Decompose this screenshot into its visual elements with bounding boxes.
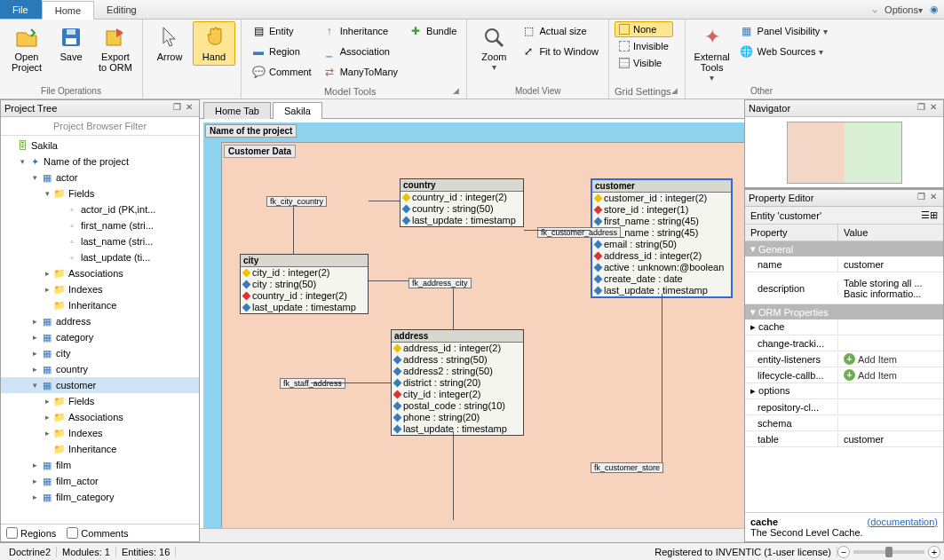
tree-project[interactable]: ▾✦Name of the project (1, 154, 199, 170)
prop-menu-icon[interactable]: ☰ (921, 209, 930, 221)
entity-field[interactable]: create_date : date (592, 273, 731, 285)
prop-section-orm[interactable]: ▾ORM Properties (745, 304, 943, 319)
tree-item[interactable]: 📁Inheritance (1, 441, 199, 457)
prop-row-change-tracking[interactable]: change-tracki... (745, 335, 943, 351)
fk-customer-store[interactable]: fk_customer_store (591, 462, 663, 473)
prop-row-schema[interactable]: schema (745, 415, 943, 431)
hand-tool[interactable]: Hand (193, 21, 235, 66)
prop-row-lifecycle[interactable]: lifecycle-callb...+Add Item (745, 367, 943, 383)
entity-city[interactable]: city city_id : integer(2)city : string(5… (240, 254, 369, 314)
float-panel-icon[interactable]: ❐ (915, 102, 927, 114)
export-orm-button[interactable]: Export to ORM (94, 21, 137, 76)
close-panel-icon[interactable]: ✕ (927, 192, 940, 204)
zoom-out-button[interactable]: − (837, 546, 850, 558)
association-tool[interactable]: ⎯Association (318, 42, 402, 61)
regions-checkbox[interactable]: Regions (6, 527, 56, 539)
grid-invisible[interactable]: Invisible (615, 38, 673, 54)
diagram-canvas[interactable]: Name of the project Customer Data countr… (200, 119, 744, 528)
menu-home[interactable]: Home (42, 1, 94, 20)
options-menu[interactable]: Options▾ (885, 4, 923, 15)
entity-field[interactable]: customer_id : integer(2) (592, 193, 731, 204)
tree-item[interactable]: ▾▦actor (1, 170, 199, 185)
entity-field[interactable]: city_id : integer(2) (241, 267, 368, 279)
prop-section-general[interactable]: ▾General (745, 241, 943, 256)
entity-field[interactable]: city : string(50) (241, 279, 368, 290)
tree-item[interactable]: ▸▦film_category (1, 489, 199, 505)
entity-field[interactable]: address : string(50) (392, 354, 523, 366)
entity-field[interactable]: district : string(20) (392, 377, 523, 389)
comments-checkbox[interactable]: Comments (67, 527, 128, 539)
tab-sakila[interactable]: Sakila (273, 102, 322, 119)
entity-field[interactable]: phone : string(20) (392, 412, 523, 423)
add-item-button[interactable]: +Add Item (844, 353, 897, 365)
close-panel-icon[interactable]: ✕ (183, 102, 195, 114)
grid-none[interactable]: None (615, 21, 673, 37)
tree-item[interactable]: ▸📁Fields (1, 393, 199, 409)
project-browser-filter[interactable]: Project Browser Filter (1, 117, 199, 136)
panel-visibility[interactable]: ▦Panel Visibility ▾ (735, 21, 833, 41)
fk-address-city[interactable]: fk_address_city (409, 278, 472, 288)
navigator-thumbnail[interactable] (745, 117, 943, 188)
entity-field[interactable]: address_id : integer(2) (392, 343, 523, 354)
comment-tool[interactable]: 💬Comment (247, 62, 316, 82)
fit-window-button[interactable]: ⤢Fit to Window (517, 42, 603, 61)
collapse-ribbon-icon[interactable]: ⌵ (872, 4, 877, 14)
tree-item[interactable]: ▾▦customer (1, 377, 199, 393)
entity-field[interactable]: store_id : integer(1) (592, 204, 731, 216)
entity-field[interactable]: country_id : integer(2) (241, 290, 368, 302)
tree-item[interactable]: ▸▦country (1, 361, 199, 377)
float-panel-icon[interactable]: ❐ (171, 102, 183, 114)
entity-field[interactable]: active : unknown:@boolean (592, 262, 731, 273)
help-icon[interactable]: ◉ (930, 4, 939, 15)
prop-row-entity-listeners[interactable]: entity-listeners+Add Item (745, 351, 943, 367)
entity-field[interactable]: last_update : timestamp (392, 423, 523, 435)
tab-home[interactable]: Home Tab (203, 102, 271, 119)
fk-staff-address[interactable]: fk_staff_address (280, 378, 345, 389)
actual-size-button[interactable]: ⬚Actual size (517, 21, 603, 41)
zoom-button[interactable]: Zoom▾ (472, 21, 515, 75)
prop-row-description[interactable]: descriptionTable storing all ...Basic in… (745, 272, 943, 304)
tree-item[interactable]: ▸📁Associations (1, 265, 199, 281)
close-panel-icon[interactable]: ✕ (927, 102, 940, 114)
save-button[interactable]: Save (50, 21, 92, 66)
documentation-link[interactable]: (documentation) (867, 517, 938, 527)
add-item-button[interactable]: +Add Item (844, 369, 897, 381)
tree-item[interactable]: ▸📁Indexes (1, 281, 199, 297)
entity-customer[interactable]: customer customer_id : integer(2)store_i… (591, 178, 733, 298)
external-tools-button[interactable]: ✦External Tools▾ (691, 21, 734, 86)
tree-item[interactable]: ▸📁Associations (1, 409, 199, 425)
tree-item[interactable]: ▾📁Fields (1, 185, 199, 201)
horizontal-scrollbar[interactable] (200, 528, 744, 542)
fk-city-country[interactable]: fk_city_country (266, 196, 327, 207)
tree-item[interactable]: ◦last_name (stri... (1, 233, 199, 249)
menu-editing[interactable]: Editing (94, 0, 150, 19)
tree-root[interactable]: 🗄Sakila (1, 138, 199, 154)
entity-field[interactable]: postal_code : string(10) (392, 400, 523, 412)
web-sources[interactable]: 🌐Web Sources ▾ (735, 42, 833, 61)
entity-address[interactable]: address address_id : integer(2)address :… (391, 329, 524, 436)
arrow-tool[interactable]: Arrow (148, 21, 191, 66)
tree-item[interactable]: ▸▦film (1, 457, 199, 473)
entity-field[interactable]: address_id : integer(2) (592, 250, 731, 262)
m2m-tool[interactable]: ⇄ManyToMany (318, 62, 402, 82)
entity-field[interactable]: country_id : integer(2) (401, 192, 523, 203)
float-panel-icon[interactable]: ❐ (915, 192, 927, 204)
bundle-tool[interactable]: ✚Bundle (404, 21, 461, 41)
prop-row-cache[interactable]: ▸ cache (745, 319, 943, 335)
entity-field[interactable]: last_update : timestamp (241, 302, 368, 313)
grid-visible[interactable]: Visible (615, 55, 673, 71)
fk-customer-address[interactable]: fk_customer_address (537, 227, 621, 238)
tree-item[interactable]: 📁Inheritance (1, 297, 199, 313)
tree-item[interactable]: ▸▦address (1, 313, 199, 329)
entity-field[interactable]: city_id : integer(2) (392, 389, 523, 400)
menu-file[interactable]: File (0, 0, 42, 19)
prop-row-table[interactable]: tablecustomer (745, 431, 943, 447)
entity-tool[interactable]: ▤Entity (247, 21, 316, 41)
entity-field[interactable]: address2 : string(50) (392, 366, 523, 377)
zoom-slider[interactable] (853, 550, 924, 554)
grid-expand-icon[interactable]: ◢ (671, 86, 679, 95)
open-project-button[interactable]: Open Project (5, 21, 48, 76)
tree-item[interactable]: ◦first_name (stri... (1, 217, 199, 233)
prop-row-repository-class[interactable]: repository-cl... (745, 399, 943, 415)
inheritance-tool[interactable]: ↑Inheritance (318, 21, 402, 41)
